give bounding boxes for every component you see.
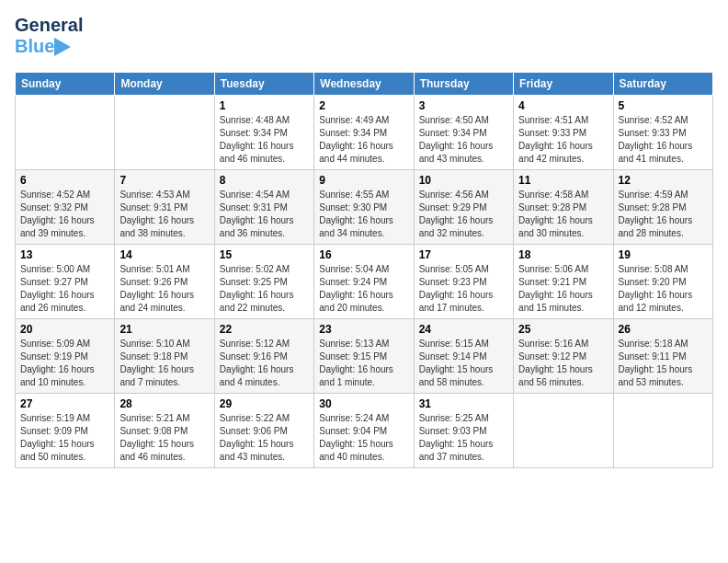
calendar-cell: 10Sunrise: 4:56 AM Sunset: 9:29 PM Dayli…	[414, 170, 513, 245]
calendar-week-4: 20Sunrise: 5:09 AM Sunset: 9:19 PM Dayli…	[16, 319, 713, 394]
calendar-week-1: 1Sunrise: 4:48 AM Sunset: 9:34 PM Daylig…	[16, 96, 713, 170]
calendar-cell: 14Sunrise: 5:01 AM Sunset: 9:26 PM Dayli…	[115, 245, 214, 319]
day-number: 28	[119, 397, 209, 410]
calendar-cell: 18Sunrise: 5:06 AM Sunset: 9:21 PM Dayli…	[514, 245, 613, 319]
day-header-monday: Monday	[115, 73, 214, 96]
calendar-week-3: 13Sunrise: 5:00 AM Sunset: 9:27 PM Dayli…	[16, 245, 713, 319]
calendar-cell: 26Sunrise: 5:18 AM Sunset: 9:11 PM Dayli…	[613, 319, 712, 394]
day-number: 17	[419, 248, 508, 261]
day-number: 12	[619, 174, 708, 187]
calendar-cell: 22Sunrise: 5:12 AM Sunset: 9:16 PM Dayli…	[214, 319, 313, 394]
day-info: Sunrise: 4:52 AM Sunset: 9:32 PM Dayligh…	[20, 189, 109, 240]
calendar-cell: 23Sunrise: 5:13 AM Sunset: 9:15 PM Dayli…	[314, 319, 414, 394]
day-info: Sunrise: 4:52 AM Sunset: 9:33 PM Dayligh…	[619, 114, 708, 166]
calendar-cell: 25Sunrise: 5:16 AM Sunset: 9:12 PM Dayli…	[514, 319, 613, 394]
day-number: 23	[319, 323, 408, 336]
calendar-cell: 5Sunrise: 4:52 AM Sunset: 9:33 PM Daylig…	[613, 96, 712, 170]
calendar-header-row: SundayMondayTuesdayWednesdayThursdayFrid…	[16, 73, 713, 96]
day-info: Sunrise: 5:09 AM Sunset: 9:19 PM Dayligh…	[20, 338, 109, 389]
day-number: 19	[619, 248, 708, 261]
calendar-cell	[514, 394, 613, 468]
day-info: Sunrise: 4:48 AM Sunset: 9:34 PM Dayligh…	[220, 114, 309, 166]
day-number: 9	[319, 174, 408, 187]
calendar-cell: 11Sunrise: 4:58 AM Sunset: 9:28 PM Dayli…	[514, 170, 613, 245]
svg-marker-0	[54, 38, 71, 56]
calendar-cell: 17Sunrise: 5:05 AM Sunset: 9:23 PM Dayli…	[414, 245, 513, 319]
day-header-sunday: Sunday	[16, 73, 115, 96]
calendar-cell: 2Sunrise: 4:49 AM Sunset: 9:34 PM Daylig…	[314, 96, 414, 170]
logo-line1: General	[15, 15, 97, 36]
day-number: 31	[419, 397, 508, 410]
day-info: Sunrise: 5:02 AM Sunset: 9:25 PM Dayligh…	[220, 263, 309, 315]
day-info: Sunrise: 4:58 AM Sunset: 9:28 PM Dayligh…	[518, 189, 608, 240]
calendar-cell: 13Sunrise: 5:00 AM Sunset: 9:27 PM Dayli…	[16, 245, 115, 319]
day-info: Sunrise: 4:51 AM Sunset: 9:33 PM Dayligh…	[518, 114, 608, 166]
calendar-cell: 24Sunrise: 5:15 AM Sunset: 9:14 PM Dayli…	[414, 319, 513, 394]
day-info: Sunrise: 5:04 AM Sunset: 9:24 PM Dayligh…	[319, 263, 408, 315]
day-number: 29	[220, 397, 309, 410]
calendar-cell: 3Sunrise: 4:50 AM Sunset: 9:34 PM Daylig…	[414, 96, 513, 170]
calendar-cell: 8Sunrise: 4:54 AM Sunset: 9:31 PM Daylig…	[214, 170, 313, 245]
calendar-table: SundayMondayTuesdayWednesdayThursdayFrid…	[15, 72, 713, 468]
calendar-cell: 4Sunrise: 4:51 AM Sunset: 9:33 PM Daylig…	[514, 96, 613, 170]
day-number: 22	[220, 323, 309, 336]
day-info: Sunrise: 4:56 AM Sunset: 9:29 PM Dayligh…	[419, 189, 508, 240]
page-header: General Blue	[15, 15, 713, 63]
day-number: 24	[419, 323, 508, 336]
day-info: Sunrise: 5:25 AM Sunset: 9:03 PM Dayligh…	[419, 412, 508, 464]
day-info: Sunrise: 4:53 AM Sunset: 9:31 PM Dayligh…	[119, 189, 209, 240]
calendar-cell: 6Sunrise: 4:52 AM Sunset: 9:32 PM Daylig…	[16, 170, 115, 245]
calendar-cell: 30Sunrise: 5:24 AM Sunset: 9:04 PM Dayli…	[314, 394, 414, 468]
calendar-cell: 19Sunrise: 5:08 AM Sunset: 9:20 PM Dayli…	[613, 245, 712, 319]
calendar-cell: 20Sunrise: 5:09 AM Sunset: 9:19 PM Dayli…	[16, 319, 115, 394]
day-info: Sunrise: 5:18 AM Sunset: 9:11 PM Dayligh…	[619, 338, 708, 389]
day-header-tuesday: Tuesday	[214, 73, 313, 96]
day-number: 3	[419, 99, 508, 112]
day-number: 8	[220, 174, 309, 187]
day-info: Sunrise: 4:59 AM Sunset: 9:28 PM Dayligh…	[619, 189, 708, 240]
day-info: Sunrise: 5:16 AM Sunset: 9:12 PM Dayligh…	[518, 338, 608, 389]
calendar-cell: 16Sunrise: 5:04 AM Sunset: 9:24 PM Dayli…	[314, 245, 414, 319]
day-number: 15	[220, 248, 309, 261]
day-number: 18	[518, 248, 608, 261]
day-info: Sunrise: 5:12 AM Sunset: 9:16 PM Dayligh…	[220, 338, 309, 389]
day-info: Sunrise: 4:49 AM Sunset: 9:34 PM Dayligh…	[319, 114, 408, 166]
calendar-cell	[16, 96, 115, 170]
logo-arrow-icon	[54, 38, 71, 56]
day-number: 14	[119, 248, 209, 261]
day-number: 26	[619, 323, 708, 336]
day-number: 5	[619, 99, 708, 112]
calendar-cell: 31Sunrise: 5:25 AM Sunset: 9:03 PM Dayli…	[414, 394, 513, 468]
day-number: 20	[20, 323, 109, 336]
day-number: 11	[518, 174, 608, 187]
day-number: 13	[20, 248, 109, 261]
day-info: Sunrise: 5:00 AM Sunset: 9:27 PM Dayligh…	[20, 263, 109, 315]
logo: General Blue	[15, 15, 97, 63]
day-header-friday: Friday	[514, 73, 613, 96]
calendar-week-2: 6Sunrise: 4:52 AM Sunset: 9:32 PM Daylig…	[16, 170, 713, 245]
day-info: Sunrise: 4:55 AM Sunset: 9:30 PM Dayligh…	[319, 189, 408, 240]
calendar-cell: 29Sunrise: 5:22 AM Sunset: 9:06 PM Dayli…	[214, 394, 313, 468]
day-header-wednesday: Wednesday	[314, 73, 414, 96]
day-info: Sunrise: 4:50 AM Sunset: 9:34 PM Dayligh…	[419, 114, 508, 166]
day-number: 16	[319, 248, 408, 261]
day-number: 30	[319, 397, 408, 410]
calendar-cell: 9Sunrise: 4:55 AM Sunset: 9:30 PM Daylig…	[314, 170, 414, 245]
calendar-cell	[115, 96, 214, 170]
day-number: 4	[518, 99, 608, 112]
day-info: Sunrise: 5:06 AM Sunset: 9:21 PM Dayligh…	[518, 263, 608, 315]
calendar-cell: 28Sunrise: 5:21 AM Sunset: 9:08 PM Dayli…	[115, 394, 214, 468]
day-info: Sunrise: 5:22 AM Sunset: 9:06 PM Dayligh…	[220, 412, 309, 464]
calendar-cell: 7Sunrise: 4:53 AM Sunset: 9:31 PM Daylig…	[115, 170, 214, 245]
day-info: Sunrise: 4:54 AM Sunset: 9:31 PM Dayligh…	[220, 189, 309, 240]
day-number: 21	[119, 323, 209, 336]
day-info: Sunrise: 5:21 AM Sunset: 9:08 PM Dayligh…	[119, 412, 209, 464]
day-header-thursday: Thursday	[414, 73, 513, 96]
day-info: Sunrise: 5:24 AM Sunset: 9:04 PM Dayligh…	[319, 412, 408, 464]
day-number: 2	[319, 99, 408, 112]
day-number: 6	[20, 174, 109, 187]
day-info: Sunrise: 5:15 AM Sunset: 9:14 PM Dayligh…	[419, 338, 508, 389]
day-info: Sunrise: 5:08 AM Sunset: 9:20 PM Dayligh…	[619, 263, 708, 315]
calendar-cell: 15Sunrise: 5:02 AM Sunset: 9:25 PM Dayli…	[214, 245, 313, 319]
logo-line2: Blue	[15, 36, 54, 57]
